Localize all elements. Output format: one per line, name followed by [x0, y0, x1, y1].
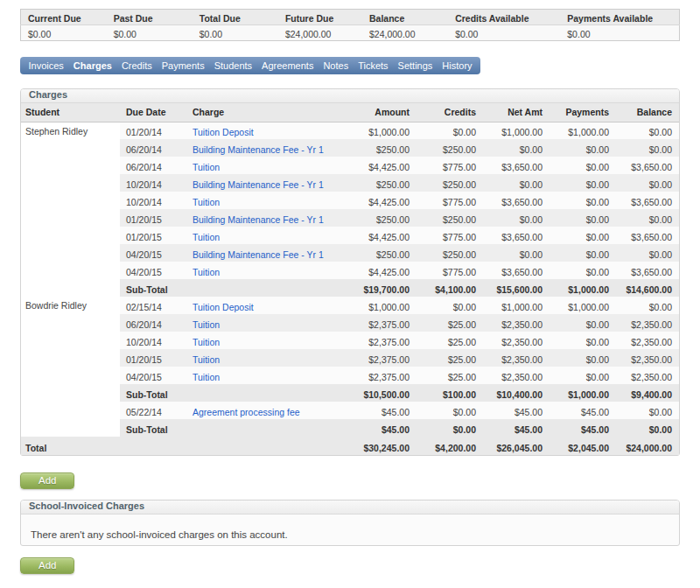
charge-link[interactable]: Tuition	[192, 232, 220, 242]
balance-cell: $2,350.00	[616, 314, 679, 332]
summary-col-header: Credits Available	[448, 10, 560, 25]
tab-agreements[interactable]: Agreements	[257, 57, 318, 74]
charge-row: 10/20/14Tuition$2,375.00$25.00$2,350.00$…	[21, 332, 679, 349]
bottom-spacer	[20, 574, 680, 588]
summary-value: $24,000.00	[278, 25, 362, 41]
charge-row: 04/20/15Building Maintenance Fee - Yr 1$…	[21, 244, 679, 262]
charge-cell: Tuition Deposit	[186, 297, 350, 314]
due-date-cell: 01/20/15	[120, 209, 186, 227]
charge-link[interactable]: Tuition	[192, 162, 220, 172]
amount-cell: $2,375.00	[350, 314, 416, 332]
charge-link[interactable]: Building Maintenance Fee - Yr 1	[192, 249, 324, 260]
payments-cell: $0.00	[550, 314, 616, 332]
net-cell: $0.00	[483, 174, 550, 192]
charge-row: 01/20/15Tuition$4,425.00$775.00$3,650.00…	[21, 227, 679, 244]
charges-col-charge: Charge	[186, 103, 350, 122]
amount-cell: $4,425.00	[350, 262, 416, 279]
payments-cell: $0.00	[550, 192, 616, 209]
tab-tickets[interactable]: Tickets	[354, 57, 393, 74]
subtotal-payments-cell: $1,000.00	[550, 279, 616, 297]
amount-cell: $250.00	[350, 174, 416, 192]
tab-payments[interactable]: Payments	[157, 57, 209, 74]
due-date-cell: 01/20/14	[120, 122, 186, 139]
due-date-cell: 06/20/14	[120, 157, 186, 174]
total-payments-cell: $2,045.00	[550, 437, 616, 455]
charge-link[interactable]: Tuition	[192, 372, 220, 382]
summary-value: $0.00	[21, 25, 107, 41]
credits-cell: $25.00	[416, 332, 483, 349]
charge-cell: Tuition	[186, 157, 350, 174]
charge-cell: Tuition	[186, 262, 350, 279]
charge-link[interactable]: Tuition	[192, 337, 220, 347]
payments-cell: $0.00	[550, 367, 616, 384]
charge-link[interactable]: Tuition	[192, 197, 220, 207]
amount-cell: $250.00	[350, 209, 416, 227]
charge-row: 01/20/15Building Maintenance Fee - Yr 1$…	[21, 209, 679, 227]
charges-header-row: StudentDue DateChargeAmountCreditsNet Am…	[21, 103, 679, 122]
charge-link[interactable]: Building Maintenance Fee - Yr 1	[192, 179, 324, 190]
charge-cell: Building Maintenance Fee - Yr 1	[186, 244, 350, 262]
net-cell: $2,350.00	[483, 314, 550, 332]
add-school-charge-button[interactable]: Add	[20, 557, 74, 574]
charge-link[interactable]: Tuition	[192, 354, 220, 365]
charge-cell: Tuition	[186, 367, 350, 384]
charge-row: 10/20/14Building Maintenance Fee - Yr 1$…	[21, 174, 679, 192]
school-invoiced-panel: School-Invoiced Charges There aren't any…	[20, 500, 680, 546]
credits-cell: $775.00	[416, 157, 483, 174]
net-cell: $0.00	[483, 209, 550, 227]
subtotal-net-cell: $15,600.00	[483, 279, 550, 297]
balance-cell: $2,350.00	[616, 367, 679, 384]
charge-link[interactable]: Tuition Deposit	[192, 127, 254, 137]
charges-col-amount: Amount	[350, 103, 416, 122]
charge-link[interactable]: Building Maintenance Fee - Yr 1	[192, 214, 324, 225]
summary-value: $0.00	[560, 25, 679, 41]
charges-table: StudentDue DateChargeAmountCreditsNet Am…	[21, 103, 679, 455]
tab-invoices[interactable]: Invoices	[24, 57, 68, 74]
summary-value: $0.00	[107, 25, 192, 41]
add-charge-button[interactable]: Add	[20, 472, 74, 489]
tab-credits[interactable]: Credits	[116, 57, 157, 74]
subtotal-label-cell: Sub-Total	[120, 419, 186, 437]
tab-settings[interactable]: Settings	[393, 57, 438, 74]
amount-cell: $250.00	[350, 139, 416, 157]
net-cell: $3,650.00	[483, 192, 550, 209]
charge-link[interactable]: Agreement processing fee	[192, 407, 300, 417]
school-invoiced-empty-message: There aren't any school-invoiced charges…	[21, 514, 679, 545]
subtotal-balance-cell: $14,600.00	[616, 279, 679, 297]
charge-row: Stephen Ridley01/20/14Tuition Deposit$1,…	[21, 122, 679, 139]
total-row: Total$30,245.00$4,200.00$26,045.00$2,045…	[21, 437, 679, 455]
subtotal-payments-cell: $1,000.00	[550, 384, 616, 402]
balance-cell: $0.00	[616, 122, 679, 139]
due-date-cell: 06/20/14	[120, 139, 186, 157]
total-balance-cell: $24,000.00	[616, 437, 679, 455]
page: Current DuePast DueTotal DueFuture DueBa…	[20, 9, 680, 588]
tab-notes[interactable]: Notes	[318, 57, 354, 74]
net-cell: $3,650.00	[483, 227, 550, 244]
payments-cell: $0.00	[550, 174, 616, 192]
tab-history[interactable]: History	[438, 57, 477, 74]
balance-cell: $3,650.00	[616, 227, 679, 244]
charge-link[interactable]: Building Maintenance Fee - Yr 1	[192, 144, 324, 155]
payments-cell: $0.00	[550, 332, 616, 349]
tab-charges[interactable]: Charges	[68, 57, 116, 74]
charge-row: 10/20/14Tuition$4,425.00$775.00$3,650.00…	[21, 192, 679, 209]
tab-students[interactable]: Students	[209, 57, 256, 74]
subtotal-row: Sub-Total$10,500.00$100.00$10,400.00$1,0…	[21, 384, 679, 402]
balance-cell: $0.00	[616, 139, 679, 157]
payments-cell: $1,000.00	[550, 122, 616, 139]
subtotal-balance-cell: $0.00	[616, 419, 679, 437]
due-date-cell: 04/20/15	[120, 367, 186, 384]
charge-cell: Tuition	[186, 227, 350, 244]
payments-cell: $0.00	[550, 209, 616, 227]
summary-col-header: Past Due	[107, 10, 192, 25]
due-date-cell: 10/20/14	[120, 332, 186, 349]
credits-cell: $25.00	[416, 349, 483, 367]
credits-cell: $250.00	[416, 244, 483, 262]
charge-cell: Tuition	[186, 314, 350, 332]
amount-cell: $2,375.00	[350, 332, 416, 349]
summary-col-header: Current Due	[21, 10, 107, 25]
charge-link[interactable]: Tuition	[192, 319, 220, 330]
subtotal-amount-cell: $45.00	[350, 419, 416, 437]
charge-link[interactable]: Tuition	[192, 267, 220, 277]
charge-link[interactable]: Tuition Deposit	[192, 302, 254, 312]
